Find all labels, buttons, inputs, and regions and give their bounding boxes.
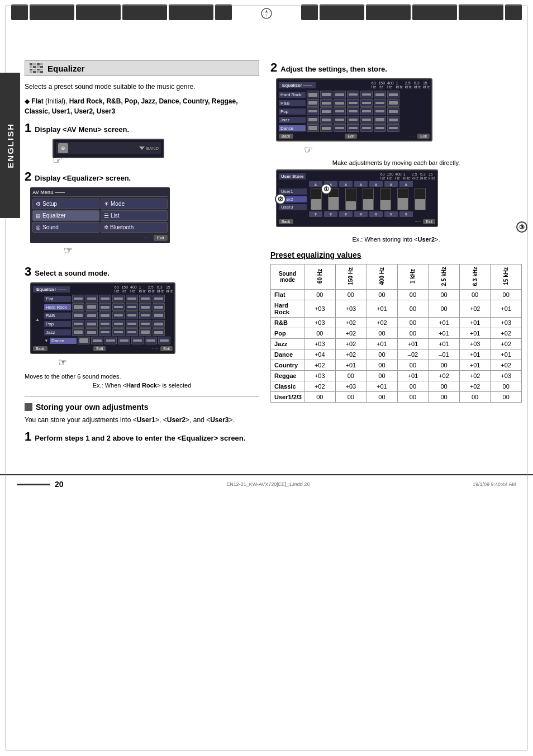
table-row: User1/2/3 00 00 00 00 00 00 00: [271, 392, 522, 403]
step-1-header: 1 Display <AV Menu> screen.: [25, 121, 259, 135]
val-cell: 00: [397, 318, 429, 328]
av-menu-bluetooth[interactable]: ✲ Bluetooth: [101, 222, 168, 233]
back-button-r[interactable]: Back: [279, 134, 293, 139]
dots: ·····: [144, 235, 150, 240]
hardrock-bars: [72, 303, 165, 311]
note-1: Moves to the other 6 sound modes.: [25, 373, 259, 380]
bar-track[interactable]: [363, 188, 374, 210]
mode-cell: User1/2/3: [271, 392, 304, 403]
down-arrow[interactable]: ▼: [324, 211, 337, 217]
footer-file: EN12-21_KW-AVX720[EE]_1.indd 20: [226, 481, 310, 487]
up-arrow[interactable]: ▲: [339, 181, 353, 187]
bar-seg: [366, 4, 411, 20]
down-arrow[interactable]: ▼: [384, 211, 398, 217]
bar-seg: [412, 4, 457, 20]
av-menu-mode[interactable]: ☀ Mode: [101, 199, 168, 209]
user-store-title: User Store: [279, 173, 306, 179]
av-menu-setup[interactable]: ⚙ Setup: [32, 199, 99, 209]
footer-right: 19/1/09 9:40:44 AM: [473, 481, 516, 487]
val-cell: +01: [491, 300, 522, 318]
edit-button-r[interactable]: Edit: [345, 134, 357, 139]
badge-2: ②: [275, 193, 286, 205]
val-cell: 00: [367, 392, 398, 403]
down-arrow[interactable]: ▼: [309, 211, 322, 217]
val-cell: 00: [397, 381, 429, 392]
bar-track[interactable]: [345, 188, 356, 210]
bar-seg: [30, 4, 74, 20]
mode-cell: Dance: [271, 349, 304, 360]
bar-track[interactable]: [311, 188, 322, 210]
eq-screen-mockup: Equalizer —— 60Hz 150Hz 400Hz 1kHz 2.5kH…: [30, 282, 175, 354]
bluetooth-label: Bluetooth: [110, 224, 134, 230]
table-row: Classic +02 +03 +01 00 00 +02 00: [271, 381, 522, 392]
bar-seg: [505, 4, 522, 20]
val-cell: +01: [367, 381, 398, 392]
band-label: BAND: [146, 146, 159, 151]
badge-1: ①: [321, 183, 332, 195]
table-row: Hard Rock +03 +03 +01 00 00 +02 +01: [271, 300, 522, 318]
up-arrow[interactable]: ▲: [399, 181, 413, 187]
dance-bars: [78, 337, 170, 344]
page-number: 20: [55, 480, 64, 489]
back-button[interactable]: Back: [33, 346, 47, 351]
bar-track[interactable]: [415, 188, 426, 210]
footer-date: 19/1/09 9:40:44 AM: [473, 481, 516, 487]
val-cell: +02: [335, 349, 367, 360]
eq-row-pop: Pop: [44, 320, 173, 328]
bar-track[interactable]: [397, 188, 408, 210]
av-menu-equalizer[interactable]: ▤ Equalizer: [32, 210, 99, 221]
touch-pointer-1: ☞: [53, 153, 63, 167]
up-arrow[interactable]: ▲: [354, 181, 368, 187]
step-2-right-header: 2 Adjust the settings, then store.: [270, 60, 522, 75]
bar-col-1khz: [360, 188, 376, 210]
table-row: Flat 00 00 00 00 00 00 00: [271, 290, 522, 300]
val-cell: +01: [459, 328, 491, 339]
eq-screen-right: Equalizer —— 60Hz 150Hz 400Hz 1kHz 2.5kH…: [276, 78, 522, 156]
bar-seg: [320, 4, 364, 20]
table-row: Jazz +03 +02 +01 +01 +01 +03 +02: [271, 339, 522, 349]
bar-fill: [311, 199, 321, 210]
edit-button[interactable]: Edit: [93, 346, 106, 351]
right-column: 2 Adjust the settings, then store. Equal…: [270, 60, 522, 452]
down-arrow[interactable]: ▼: [339, 211, 353, 217]
mode-cell: Pop: [271, 328, 304, 339]
val-cell: +02: [429, 371, 460, 381]
bar-fill: [363, 199, 373, 210]
bar-track[interactable]: [380, 188, 391, 210]
av-menu-sound[interactable]: ◎ Sound: [32, 222, 99, 233]
back-btn-user[interactable]: Back: [279, 219, 293, 224]
sub-heading-icon: [25, 403, 32, 411]
av-menu-list[interactable]: ☰ List: [101, 210, 168, 221]
val-cell: 00: [367, 290, 398, 300]
eq-freq-labels-right: 60Hz 150Hz 400Hz 1kHz 2.5kHz 6.3kHz 15kH…: [372, 81, 430, 89]
up-arrow: ▲: [35, 317, 40, 322]
step-number: 3: [25, 264, 31, 279]
val-cell: –02: [397, 349, 429, 360]
step-3-header: 3 Select a sound mode.: [25, 264, 259, 279]
eq-header-right: Equalizer —— 60Hz 150Hz 400Hz 1kHz 2.5kH…: [279, 81, 430, 89]
eq-freq-labels: 60Hz 150Hz 400Hz 1kHz 2.5kHz 6.3kHz 15kH…: [115, 285, 173, 293]
down-arrow[interactable]: ▼: [369, 211, 383, 217]
language-label: ENGLISH: [0, 73, 20, 218]
down-arrow[interactable]: ▼: [399, 211, 413, 217]
eq-row-pop-r: Pop: [279, 107, 430, 115]
up-arrow[interactable]: ▲: [309, 181, 322, 187]
val-cell: +01: [429, 339, 460, 349]
val-cell: 00: [304, 290, 336, 300]
exit-button[interactable]: Exit: [160, 346, 173, 351]
preset-table: Soundmode 60 Hz 150 Hz 400 Hz 1 kHz 2.5 …: [270, 264, 522, 403]
exit-button[interactable]: Exit: [154, 235, 168, 241]
exit-btn-user[interactable]: Exit: [423, 219, 435, 224]
up-arrow[interactable]: ▲: [369, 181, 383, 187]
page-footer: 20 EN12-21_KW-AVX720[EE]_1.indd 20 19/1/…: [0, 474, 533, 493]
val-cell: +02: [491, 328, 522, 339]
up-arrow[interactable]: ▲: [384, 181, 398, 187]
eq-mode-list: Flat: [44, 295, 173, 344]
col-header-150hz: 150 Hz: [335, 264, 367, 290]
exit-button-r[interactable]: Exit: [417, 134, 430, 139]
equalizer-icon: ▤: [36, 213, 41, 219]
val-cell: +03: [304, 371, 336, 381]
val-cell: +02: [491, 360, 522, 371]
down-arrow[interactable]: ▼: [354, 211, 368, 217]
step-1-right: 1 Perform steps 1 and 2 above to enter t…: [25, 429, 259, 444]
